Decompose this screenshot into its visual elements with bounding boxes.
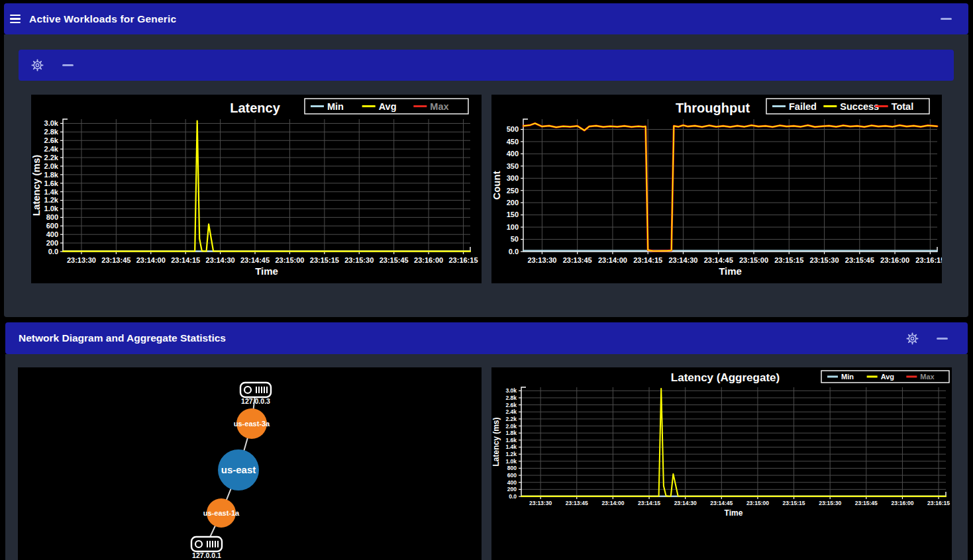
network-node-us-east[interactable]: us-east <box>218 449 259 490</box>
y-tick-label: 800 <box>46 213 58 221</box>
network-node-us-east-3a[interactable]: us-east-3a <box>234 408 270 439</box>
axes <box>523 119 937 252</box>
legend-label-failed: Failed <box>789 101 817 112</box>
y-tick-label: 2.8k <box>505 395 517 401</box>
y-tick-label: 400 <box>507 150 519 158</box>
y-tick-label: 1.8k <box>44 171 59 179</box>
y-tick-label: 2.4k <box>505 408 517 415</box>
legend-label-success: Success <box>840 101 879 112</box>
legend-label-max: Max <box>430 101 448 112</box>
y-tick-label: 2.0k <box>44 162 59 170</box>
workloads-toolbar <box>19 50 954 81</box>
y-tick-label: 600 <box>507 472 517 479</box>
y-tick-label: 1.6k <box>505 437 517 443</box>
x-tick-label: 23:15:00 <box>275 256 304 264</box>
x-tick-label: 23:14:45 <box>710 500 733 506</box>
legend-label-min: Min <box>841 373 854 381</box>
x-tick-label: 23:14:15 <box>638 500 660 506</box>
latency-chart-card: 23:13:3023:13:4523:14:0023:14:1523:14:30… <box>31 95 482 283</box>
throughput-chart-card: 23:13:3023:13:4523:14:0023:14:1523:14:30… <box>491 95 942 283</box>
y-tick-label: 100 <box>507 223 519 231</box>
legend-label-min: Min <box>327 101 344 112</box>
legend-label-max: Max <box>920 373 935 381</box>
x-tick-label: 23:14:00 <box>598 256 627 264</box>
y-tick-label: 600 <box>46 222 58 230</box>
legend-label-avg: Avg <box>881 373 894 381</box>
section-title: Network Diagram and Aggregate Statistics <box>19 332 226 344</box>
x-tick-label: 23:14:00 <box>136 256 166 264</box>
throughput-chart: 23:13:3023:13:4523:14:0023:14:1523:14:30… <box>491 95 942 283</box>
series-total <box>523 123 937 251</box>
y-tick-label: 0.0 <box>48 248 58 256</box>
x-tick-label: 23:14:45 <box>240 256 270 264</box>
y-tick-label: 1.2k <box>44 196 59 204</box>
legend-label-total: Total <box>892 101 914 112</box>
x-tick-label: 23:15:15 <box>774 256 803 264</box>
x-tick-label: 23:13:30 <box>529 500 552 506</box>
x-tick-label: 23:14:45 <box>704 256 733 264</box>
x-tick-label: 23:14:15 <box>171 256 200 264</box>
network-node-127.0.0.1[interactable]: 127.0.0.1 <box>191 537 222 559</box>
network-section: 127.0.0.3us-east-3aus-eastus-east-1a127.… <box>5 354 968 560</box>
x-tick-label: 23:14:30 <box>668 256 697 264</box>
legend-label-avg: Avg <box>379 101 397 112</box>
network-section-header: Network Diagram and Aggregate Statistics <box>5 322 968 354</box>
workloads-section: 23:13:3023:13:4523:14:0023:14:1523:14:30… <box>4 34 968 317</box>
y-tick-label: 1.8k <box>505 430 517 436</box>
aggregate-chart-card: 23:13:3023:13:4523:14:0023:14:1523:14:30… <box>491 367 952 560</box>
x-tick-label: 23:16:15 <box>927 500 950 506</box>
x-tick-label: 23:16:00 <box>880 256 909 264</box>
x-tick-label: 23:14:00 <box>601 500 624 506</box>
panel-minimize-button[interactable] <box>62 64 74 66</box>
y-tick-label: 0.0 <box>509 493 517 500</box>
axes <box>521 387 946 496</box>
network-node-us-east-1a[interactable]: us-east-1a <box>203 498 240 528</box>
network-diagram-card: 127.0.0.3us-east-3aus-eastus-east-1a127.… <box>18 367 482 560</box>
chart-title: Latency (Aggregate) <box>671 371 780 384</box>
x-tick-label: 23:16:15 <box>915 256 942 264</box>
y-tick-label: 1.4k <box>505 443 517 450</box>
chart-title: Latency <box>230 101 280 115</box>
x-axis-title: Time <box>719 265 742 277</box>
x-tick-label: 23:16:00 <box>414 256 443 264</box>
x-tick-label: 23:15:00 <box>746 500 769 506</box>
x-tick-label: 23:13:45 <box>566 500 588 506</box>
x-tick-label: 23:14:30 <box>674 500 697 506</box>
host-label: 127.0.0.1 <box>192 551 221 559</box>
x-tick-label: 23:15:30 <box>344 256 374 264</box>
x-tick-label: 23:13:45 <box>563 256 592 264</box>
y-axis-title: Latency (ms) <box>491 417 501 466</box>
network-node-127.0.0.3[interactable]: 127.0.0.3 <box>240 383 271 405</box>
y-tick-label: 2.6k <box>44 136 59 144</box>
y-tick-label: 1.0k <box>505 458 517 465</box>
series-success <box>523 123 937 251</box>
y-tick-label: 2.4k <box>44 145 59 153</box>
x-tick-label: 23:16:00 <box>891 500 913 506</box>
section-minimize-button[interactable] <box>937 338 948 340</box>
y-axis-title: Latency (ms) <box>31 155 42 216</box>
y-axis-title: Count <box>491 171 502 199</box>
y-tick-label: 2.2k <box>505 416 517 422</box>
gear-icon <box>905 332 919 346</box>
host-label: 127.0.0.3 <box>241 397 270 405</box>
section-settings-gear-button[interactable] <box>905 332 919 346</box>
x-tick-label: 23:15:15 <box>783 500 805 506</box>
y-tick-label: 250 <box>507 187 519 195</box>
node-label: us-east-1a <box>203 509 240 517</box>
y-tick-label: 400 <box>507 479 517 486</box>
window-minimize-button[interactable] <box>941 18 952 20</box>
x-tick-label: 23:16:15 <box>448 256 478 264</box>
hamburger-menu-icon[interactable] <box>9 13 22 24</box>
y-tick-label: 200 <box>507 486 517 492</box>
y-tick-label: 200 <box>507 199 519 207</box>
axes <box>63 119 470 252</box>
y-tick-label: 50 <box>511 235 519 243</box>
aggregate-latency-chart: 23:13:3023:13:4523:14:0023:14:1523:14:30… <box>491 367 952 560</box>
y-tick-label: 1.2k <box>505 451 517 457</box>
node-label: us-east-3a <box>234 420 270 428</box>
settings-gear-button[interactable] <box>30 58 44 72</box>
x-tick-label: 23:15:00 <box>739 256 768 264</box>
y-tick-label: 2.8k <box>44 128 59 136</box>
window-titlebar: Active Workloads for Generic <box>4 3 968 34</box>
y-tick-label: 2.2k <box>44 154 59 162</box>
